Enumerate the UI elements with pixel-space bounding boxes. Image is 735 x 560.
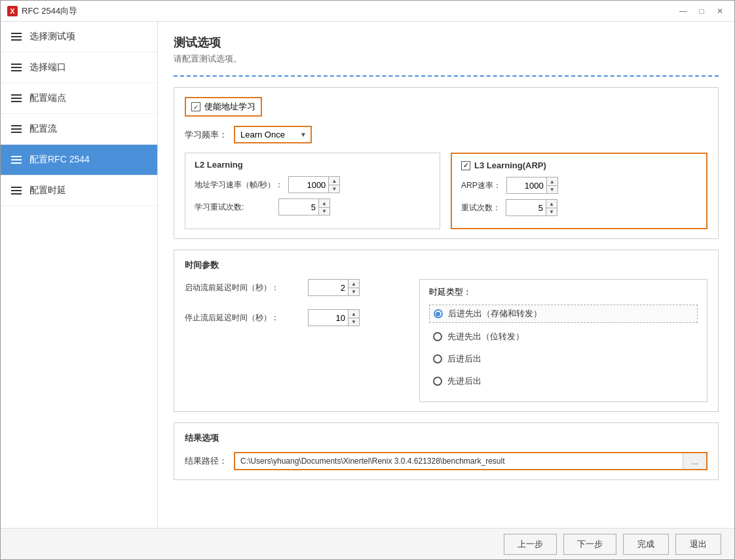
learn-freq-select[interactable]: Learn Once Learn Always Learn Never [235, 127, 311, 142]
start-delay-spinner-buttons: ▲ ▼ [348, 280, 359, 295]
page-title: 测试选项 [174, 35, 719, 50]
l3-retry-spinner-buttons: ▲ ▼ [546, 200, 557, 215]
content-area: 测试选项 请配置测试选项。 使能地址学习 学习频率： Learn Once Le… [158, 22, 734, 528]
sidebar-item-config-rfc2544[interactable]: 配置RFC 2544 [1, 145, 157, 176]
sidebar: 选择测试项 选择端口 配置端点 配置流 [1, 22, 158, 528]
sidebar-item-label: 配置流 [29, 123, 57, 135]
delay-type-fifo-label: 后进先出（存储和转发） [448, 308, 542, 320]
delay-type-lifo-radio[interactable] [433, 332, 442, 341]
enable-learning-label: 使能地址学习 [204, 101, 255, 113]
path-input-wrapper: ... [234, 452, 707, 470]
l3-panel-title: L3 Learning(ARP) [461, 160, 697, 170]
result-path-label: 结果路径： [185, 455, 227, 467]
address-learning-section: 使能地址学习 学习频率： Learn Once Learn Always Lea… [174, 87, 719, 239]
result-section: 结果选项 结果路径： ... [174, 422, 719, 480]
l3-rate-down-button[interactable]: ▼ [547, 185, 557, 193]
delay-type-fifo2-row[interactable]: 先进后出 [429, 373, 698, 390]
l2-rate-down-button[interactable]: ▼ [329, 185, 339, 193]
main-window: X RFC 2544向导 — □ ✕ 选择测试项 选择端口 [0, 0, 735, 560]
result-path-row: 结果路径： ... [185, 452, 707, 470]
path-input[interactable] [235, 453, 683, 469]
start-delay-down-button[interactable]: ▼ [349, 288, 359, 295]
time-inner: 启动流前延迟时间（秒）： ▲ ▼ 停止流后延迟时间（秒）： [185, 279, 707, 402]
l3-rate-input[interactable] [507, 179, 546, 193]
sidebar-item-label: 配置RFC 2544 [29, 154, 90, 166]
l2-rate-spinner: ▲ ▼ [288, 176, 340, 193]
l3-rate-spinner: ▲ ▼ [506, 177, 558, 194]
page-subtitle: 请配置测试选项。 [174, 53, 719, 65]
start-delay-row: 启动流前延迟时间（秒）： ▲ ▼ [185, 279, 409, 296]
l2-retry-label: 学习重试次数: [195, 202, 273, 213]
sidebar-item-config-endpoint[interactable]: 配置端点 [1, 83, 157, 114]
l2-learning-panel: L2 Learning 地址学习速率（帧/秒）： ▲ ▼ [185, 153, 440, 229]
delay-type-fifo-radio[interactable] [434, 309, 443, 318]
start-delay-label: 启动流前延迟时间（秒）： [185, 282, 303, 293]
stop-delay-input[interactable] [309, 311, 348, 325]
sidebar-item-select-test[interactable]: 选择测试项 [1, 22, 157, 52]
exit-button[interactable]: 退出 [675, 534, 721, 555]
l3-rate-label: ARP速率： [461, 180, 501, 191]
l2-rate-row: 地址学习速率（帧/秒）： ▲ ▼ [195, 176, 430, 193]
sidebar-item-config-delay[interactable]: 配置时延 [1, 176, 157, 206]
enable-learning-checkbox[interactable] [191, 102, 200, 111]
divider [174, 75, 719, 77]
time-left: 启动流前延迟时间（秒）： ▲ ▼ 停止流后延迟时间（秒）： [185, 279, 409, 402]
l3-retry-input[interactable] [506, 201, 546, 215]
l3-retry-label: 重试次数： [461, 202, 500, 214]
finish-button[interactable]: 完成 [623, 534, 669, 555]
l3-rate-spinner-buttons: ▲ ▼ [546, 177, 557, 193]
sidebar-item-select-port[interactable]: 选择端口 [1, 52, 157, 83]
minimize-button[interactable]: — [675, 5, 691, 18]
l2-retry-input[interactable] [279, 200, 318, 214]
close-button[interactable]: ✕ [712, 5, 728, 18]
result-section-title: 结果选项 [185, 432, 707, 444]
delay-type-fifo2-radio[interactable] [433, 377, 442, 386]
start-delay-up-button[interactable]: ▲ [349, 280, 359, 288]
delay-type-lifo-label: 先进先出（位转发） [447, 331, 524, 343]
learn-freq-select-wrapper: Learn Once Learn Always Learn Never ▼ [234, 126, 312, 143]
l2-rate-up-button[interactable]: ▲ [329, 177, 339, 185]
delay-type-lifo-row[interactable]: 先进先出（位转发） [429, 328, 698, 345]
l3-rate-row: ARP速率： ▲ ▼ [461, 177, 697, 194]
learn-freq-row: 学习频率： Learn Once Learn Always Learn Neve… [185, 126, 707, 143]
browse-button[interactable]: ... [683, 453, 706, 469]
delay-type-fifo-row[interactable]: 后进先出（存储和转发） [429, 305, 698, 323]
delay-type-lifo2-label: 后进后出 [447, 353, 481, 365]
stop-delay-spinner-buttons: ▲ ▼ [348, 310, 359, 326]
stop-delay-up-button[interactable]: ▲ [349, 310, 359, 318]
l2-retry-row: 学习重试次数: ▲ ▼ [195, 198, 430, 215]
sidebar-item-config-flow[interactable]: 配置流 [1, 114, 157, 145]
delay-type-lifo2-radio[interactable] [433, 354, 442, 364]
l2-retry-down-button[interactable]: ▼ [319, 207, 330, 215]
maximize-button[interactable]: □ [694, 5, 709, 18]
l2-rate-label: 地址学习速率（帧/秒）： [195, 179, 283, 191]
hamburger-icon [11, 33, 22, 41]
l3-rate-up-button[interactable]: ▲ [547, 177, 557, 185]
time-params-section: 时间参数 启动流前延迟时间（秒）： ▲ ▼ [174, 250, 719, 412]
l2-rate-spinner-buttons: ▲ ▼ [328, 177, 339, 193]
enable-learning-header: 使能地址学习 [185, 97, 262, 117]
prev-button[interactable]: 上一步 [504, 534, 557, 555]
l3-retry-row: 重试次数： ▲ ▼ [461, 199, 697, 216]
delay-type-title: 时延类型： [429, 286, 698, 298]
l2-panel-title: L2 Learning [195, 160, 430, 170]
start-delay-input[interactable] [309, 281, 348, 295]
learn-freq-label: 学习频率： [185, 129, 227, 141]
hamburger-icon [11, 64, 22, 71]
learning-panels: L2 Learning 地址学习速率（帧/秒）： ▲ ▼ [185, 153, 707, 229]
l3-retry-up-button[interactable]: ▲ [546, 200, 557, 208]
hamburger-icon [11, 156, 22, 164]
next-button[interactable]: 下一步 [563, 534, 616, 555]
svg-text:X: X [10, 7, 15, 15]
sidebar-item-label: 选择测试项 [29, 31, 75, 43]
title-bar: X RFC 2544向导 — □ ✕ [1, 1, 734, 22]
delay-type-lifo2-row[interactable]: 后进后出 [429, 350, 698, 367]
l3-retry-down-button[interactable]: ▼ [546, 208, 557, 215]
l3-enable-checkbox[interactable] [461, 161, 470, 170]
l2-retry-up-button[interactable]: ▲ [319, 199, 330, 207]
delay-type-fifo2-label: 先进后出 [447, 375, 481, 387]
delay-type-panel: 时延类型： 后进先出（存储和转发） 先进先出（位转发） 后进后出 [419, 279, 707, 402]
time-section-title: 时间参数 [185, 259, 707, 271]
stop-delay-down-button[interactable]: ▼ [349, 318, 359, 326]
l2-rate-input[interactable] [289, 178, 328, 192]
